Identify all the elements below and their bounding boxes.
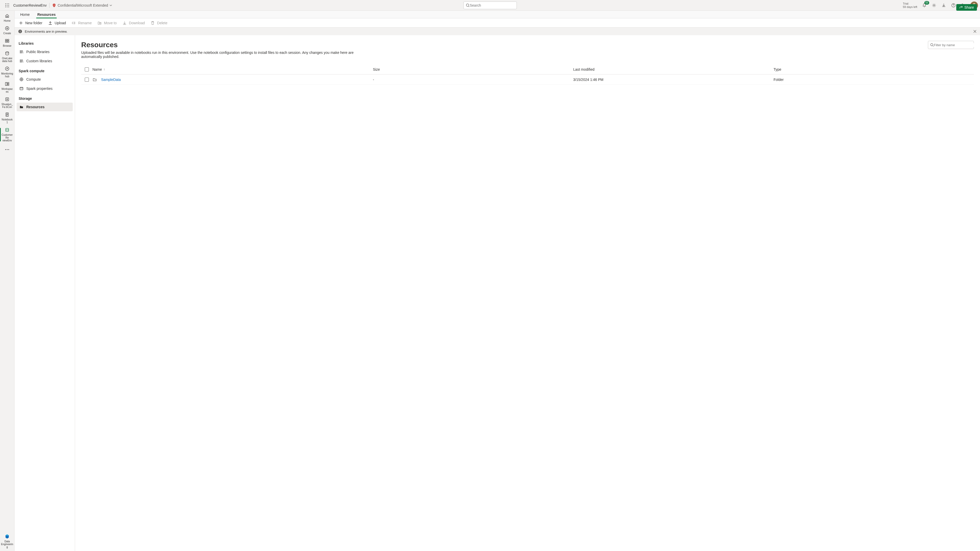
svg-point-2: [8, 3, 9, 4]
svg-point-4: [7, 5, 8, 6]
notification-badge: 55: [924, 1, 929, 5]
share-label: Share: [964, 5, 974, 10]
svg-point-9: [466, 4, 469, 6]
share-button[interactable]: Share: [956, 4, 977, 11]
svg-point-0: [5, 3, 6, 4]
search-icon: [466, 3, 470, 7]
svg-point-1: [7, 3, 8, 4]
classification-dropdown[interactable]: Confidential\Microsoft Extended: [52, 3, 112, 7]
settings-button[interactable]: [932, 3, 937, 8]
shield-icon: [52, 3, 56, 7]
top-bar: CustomerReviewEnv Confidential\Microsoft…: [0, 0, 980, 11]
search-field[interactable]: [463, 2, 517, 9]
trial-days: 59 days left: [903, 5, 917, 9]
help-button[interactable]: [951, 3, 956, 8]
breadcrumb-title[interactable]: CustomerReviewEnv: [13, 3, 47, 7]
svg-point-3: [5, 5, 6, 6]
app-launcher-icon[interactable]: [2, 0, 12, 11]
svg-point-6: [5, 6, 6, 7]
notifications-button[interactable]: 55: [922, 3, 927, 8]
svg-point-5: [8, 5, 9, 6]
search-input[interactable]: [470, 3, 514, 7]
svg-point-8: [8, 6, 9, 7]
svg-point-7: [7, 6, 8, 7]
share-icon: [959, 6, 963, 9]
trial-label: Trial:: [903, 2, 917, 5]
download-button[interactable]: [941, 3, 946, 8]
svg-point-10: [934, 5, 935, 6]
chevron-down-icon: [110, 4, 112, 6]
classification-label: Confidential\Microsoft Extended: [58, 3, 108, 7]
trial-status: Trial: 59 days left: [903, 2, 917, 9]
